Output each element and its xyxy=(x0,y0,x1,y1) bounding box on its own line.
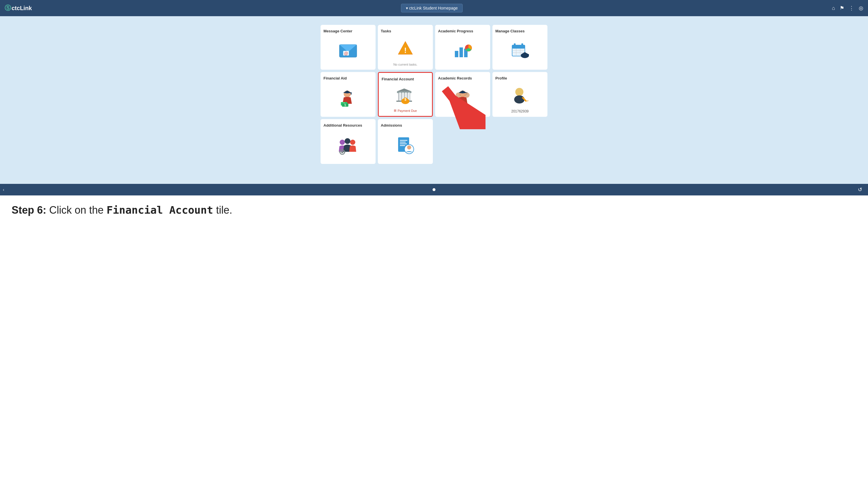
svg-point-50 xyxy=(350,140,355,145)
financial-account-icon: $ xyxy=(395,84,416,107)
svg-point-44 xyxy=(515,88,523,96)
message-center-icon: @ xyxy=(338,36,358,66)
logo-icon: Ⓢ xyxy=(5,4,11,12)
svg-rect-30 xyxy=(399,93,401,101)
svg-rect-13 xyxy=(521,43,523,46)
svg-point-42 xyxy=(456,93,461,98)
svg-rect-53 xyxy=(341,149,343,150)
svg-rect-12 xyxy=(514,43,516,46)
profile-user-id: 201762939 xyxy=(511,109,529,113)
svg-marker-47 xyxy=(527,100,529,102)
flag-icon[interactable]: ⚑ xyxy=(840,5,844,11)
svg-point-52 xyxy=(341,151,343,153)
nav-icon[interactable]: ◎ xyxy=(859,5,863,11)
homepage-dropdown[interactable]: ▾ ctcLink Student Homepage xyxy=(401,4,463,12)
financial-aid-title: Financial Aid xyxy=(323,76,347,80)
svg-text:!: ! xyxy=(404,46,407,55)
financial-aid-icon: $ $ xyxy=(338,83,358,113)
manage-classes-icon xyxy=(510,36,530,66)
svg-marker-22 xyxy=(343,91,351,93)
tasks-tile[interactable]: Tasks ! No current tasks. xyxy=(378,25,433,70)
academic-records-icon xyxy=(453,83,473,113)
svg-text:$: $ xyxy=(404,97,406,101)
header-icons: ⌂ ⚑ ⋮ ◎ xyxy=(832,5,863,11)
status-text: Payment Due xyxy=(398,109,417,112)
financial-account-tile[interactable]: Financial Account xyxy=(378,72,433,117)
logo-text: ctcLink xyxy=(11,5,32,11)
svg-point-45 xyxy=(514,95,525,103)
home-icon[interactable]: ⌂ xyxy=(832,5,835,11)
manage-classes-title: Manage Classes xyxy=(495,29,525,33)
svg-marker-34 xyxy=(397,89,411,91)
status-icon: ⊞ xyxy=(394,109,396,112)
admissions-tile[interactable]: Admissions xyxy=(378,119,433,164)
main-area: Message Center @ Tasks ! xyxy=(0,16,868,184)
svg-rect-59 xyxy=(400,142,406,142)
svg-text:$: $ xyxy=(344,103,346,107)
profile-icon xyxy=(510,83,530,108)
step-text-after: tile. xyxy=(216,204,232,216)
svg-text:@: @ xyxy=(344,51,348,56)
step-number: Step 6: xyxy=(11,204,46,216)
svg-rect-23 xyxy=(351,92,351,95)
svg-rect-6 xyxy=(455,51,458,57)
financial-account-status: ⊞ Payment Due xyxy=(394,109,417,112)
bottom-back-arrow[interactable]: ‹ xyxy=(3,187,4,192)
financial-aid-tile[interactable]: Financial Aid $ $ xyxy=(320,72,376,117)
profile-tile[interactable]: Profile 201762939 xyxy=(492,72,548,117)
more-icon[interactable]: ⋮ xyxy=(849,5,854,11)
svg-point-43 xyxy=(464,93,470,98)
tasks-no-tasks: No current tasks. xyxy=(393,63,417,66)
tasks-icon: ! xyxy=(397,36,414,62)
header: Ⓢ ctcLink ▾ ctcLink Student Homepage ⌂ ⚑… xyxy=(0,0,868,16)
admissions-title: Admissions xyxy=(381,123,402,128)
svg-rect-56 xyxy=(344,151,345,153)
pagination-dot xyxy=(433,188,435,191)
bottom-bar: ‹ ↺ xyxy=(0,184,868,195)
dropdown-label: ▾ ctcLink Student Homepage xyxy=(406,6,458,10)
tiles-wrapper: Message Center @ Tasks ! xyxy=(315,22,553,167)
svg-rect-20 xyxy=(528,54,529,56)
additional-resources-title: Additional Resources xyxy=(323,123,362,128)
admissions-icon xyxy=(395,130,415,160)
academic-progress-icon xyxy=(453,36,473,66)
svg-rect-58 xyxy=(400,140,407,141)
step-text-before: Click on the xyxy=(49,204,103,216)
tasks-title: Tasks xyxy=(381,29,391,33)
svg-point-48 xyxy=(340,140,345,145)
academic-progress-title: Academic Progress xyxy=(438,29,473,33)
academic-progress-tile[interactable]: Academic Progress xyxy=(435,25,490,70)
header-center: ▾ ctcLink Student Homepage xyxy=(401,4,463,12)
svg-rect-61 xyxy=(400,145,405,146)
profile-title: Profile xyxy=(495,76,507,80)
tiles-grid: Message Center @ Tasks ! xyxy=(315,22,553,167)
svg-point-49 xyxy=(345,138,350,144)
message-center-title: Message Center xyxy=(323,29,352,33)
svg-rect-7 xyxy=(460,47,463,57)
svg-rect-54 xyxy=(341,154,343,155)
step-area: Step 6: Click on the Financial Account t… xyxy=(0,195,868,225)
academic-records-title: Academic Records xyxy=(438,76,472,80)
svg-rect-55 xyxy=(339,151,341,153)
additional-resources-icon xyxy=(337,130,360,160)
refresh-icon[interactable]: ↺ xyxy=(858,187,862,193)
financial-account-title: Financial Account xyxy=(382,77,414,81)
step-instruction: Step 6: Click on the Financial Account t… xyxy=(11,204,857,216)
svg-point-63 xyxy=(407,145,411,150)
logo: Ⓢ ctcLink xyxy=(5,4,32,12)
academic-records-tile[interactable]: Academic Records xyxy=(435,72,490,117)
additional-resources-tile[interactable]: Additional Resources xyxy=(320,119,376,164)
message-center-tile[interactable]: Message Center @ xyxy=(320,25,376,70)
svg-rect-60 xyxy=(400,143,407,144)
step-bold-word: Financial Account xyxy=(106,204,213,216)
manage-classes-tile[interactable]: Manage Classes xyxy=(492,25,548,70)
